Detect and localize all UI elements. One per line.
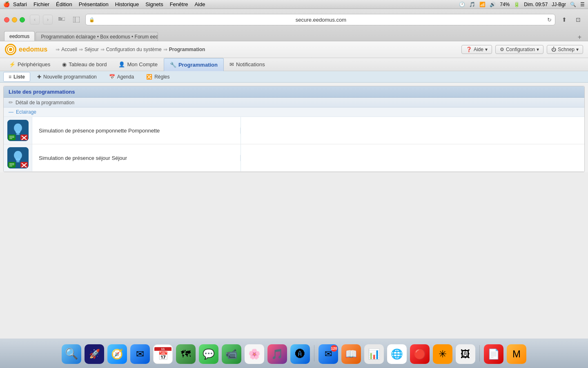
wifi-icon: 📶 xyxy=(479,2,486,7)
maximize-button[interactable] xyxy=(20,17,25,22)
agenda-icon: 📅 xyxy=(109,74,115,80)
dock-separator-1 xyxy=(314,345,314,361)
share-button[interactable]: ⬆ xyxy=(559,14,570,25)
aide-button[interactable]: ❓ Aide ▾ xyxy=(461,45,492,54)
dock-messages[interactable]: 💬 xyxy=(198,343,219,364)
device-icon-1 xyxy=(7,147,29,168)
historique-menu[interactable]: Historique xyxy=(115,1,139,7)
sub-nav: ≡ Liste ✚ Nouvelle programmation 📅 Agend… xyxy=(0,71,588,83)
dock-calendar[interactable]: 11 📅 xyxy=(152,343,174,364)
tab-peripheriques[interactable]: ⚡ Périphériques xyxy=(3,58,56,71)
reader-button[interactable] xyxy=(56,14,67,25)
browser-tabs: eedomus Programmation éclairage • Box ee… xyxy=(0,30,588,41)
dock-star[interactable]: ✳ xyxy=(432,343,453,364)
apple-menu[interactable]: 🍎 xyxy=(3,1,10,7)
configuration-button[interactable]: ⚙ Configuration ▾ xyxy=(495,45,543,54)
mon-compte-icon: 👤 xyxy=(118,61,125,67)
spotlight-icon[interactable]: 🔍 xyxy=(570,2,576,7)
peripheriques-icon: ⚡ xyxy=(9,61,16,67)
panel-subheader: ✏ Détail de la programmation xyxy=(4,98,584,108)
tableau-bord-icon: ◉ xyxy=(62,61,67,67)
dock-launchpad[interactable]: 🚀 xyxy=(84,343,105,364)
dock-app1[interactable]: 📊 xyxy=(363,343,385,364)
list-item-right-0 xyxy=(241,117,584,144)
tab-eedomus-label: eedomus xyxy=(9,34,29,39)
sub-tab-liste[interactable]: ≡ Liste xyxy=(3,72,30,82)
dock-acrobat[interactable]: 📄 xyxy=(483,343,504,364)
tab-mon-compte[interactable]: 👤 Mon Compte xyxy=(113,58,163,71)
collapse-icon: — xyxy=(9,109,13,115)
dock-mail2[interactable]: ✉ 120 xyxy=(318,343,339,364)
list-item-1[interactable]: Simulation de présence séjour Séjour xyxy=(4,144,584,172)
fichier-menu[interactable]: Fichier xyxy=(33,1,49,7)
tab-notifications[interactable]: ✉ Notifications xyxy=(224,58,271,71)
dock-music[interactable]: 🎵 xyxy=(267,343,288,364)
logo-text: eedomus xyxy=(19,46,47,53)
edit-icon: ✏ xyxy=(9,99,13,105)
breadcrumb-item-1[interactable]: Séjour xyxy=(85,47,99,52)
svg-point-7 xyxy=(9,48,12,51)
minimize-button[interactable] xyxy=(12,17,17,22)
traffic-lights xyxy=(4,17,25,22)
safari-menu[interactable]: Safari xyxy=(13,1,27,7)
main-panel: Liste des programmations ✏ Détail de la … xyxy=(3,86,585,172)
tab-tableau-de-bord[interactable]: ◉ Tableau de bord xyxy=(56,58,113,71)
sub-tab-regles[interactable]: 🔀 Règles xyxy=(141,72,175,82)
category-eclairage[interactable]: — Eclairage xyxy=(4,108,584,117)
config-chevron: ▾ xyxy=(537,47,539,52)
dock-opera[interactable]: 🔴 xyxy=(409,343,430,364)
svg-rect-4 xyxy=(73,17,80,22)
dock-appstore[interactable]: 🅐 xyxy=(290,343,311,364)
app-logo: eedomus xyxy=(5,44,47,55)
close-button[interactable] xyxy=(4,17,9,22)
tab-forum[interactable]: Programmation éclairage • Box eedomus • … xyxy=(36,32,158,41)
dock-maps[interactable]: 🗺 xyxy=(175,343,196,364)
dock-kobo[interactable]: 📖 xyxy=(341,343,362,364)
notifications-icon: ✉ xyxy=(229,61,234,67)
reload-button[interactable]: ↻ xyxy=(547,17,552,23)
presentation-menu[interactable]: Présentation xyxy=(79,1,109,7)
schnep-button[interactable]: ⏻ Schnep ▾ xyxy=(547,45,583,54)
tableau-bord-label: Tableau de bord xyxy=(69,61,107,67)
siri-icon[interactable]: ☰ xyxy=(580,2,585,7)
agenda-label: Agenda xyxy=(117,74,134,80)
sidebar-button[interactable] xyxy=(71,14,82,25)
signets-menu[interactable]: Signets xyxy=(145,1,163,7)
sub-tab-agenda[interactable]: 📅 Agenda xyxy=(104,72,139,82)
breadcrumb-arrow-2: ⇒ xyxy=(100,47,105,52)
panel-header: Liste des programmations xyxy=(4,86,584,98)
dock-finder[interactable]: 🔍 xyxy=(61,343,82,364)
breadcrumb-arrow-1: ⇒ xyxy=(79,47,83,52)
new-tab-button[interactable]: ⊡ xyxy=(572,14,584,25)
sub-tab-nouvelle-programmation[interactable]: ✚ Nouvelle programmation xyxy=(32,72,102,82)
dock-preview[interactable]: 🖼 xyxy=(455,343,476,364)
forward-button[interactable]: › xyxy=(43,15,53,25)
add-tab-button[interactable]: + xyxy=(575,34,584,41)
dock-safari[interactable]: 🧭 xyxy=(107,343,128,364)
mac-menubar: 🍎 Safari Fichier Édition Présentation Hi… xyxy=(0,0,588,9)
dock-mail[interactable]: ✉ xyxy=(129,343,151,364)
app-content: eedomus ⇒ Accueil ⇒ Séjour ⇒ Configurati… xyxy=(0,41,588,172)
fenetre-menu[interactable]: Fenêtre xyxy=(170,1,188,7)
username-text: JJ-Bgr xyxy=(552,2,566,7)
address-bar[interactable]: 🔒 secure.eedomus.com ↻ xyxy=(85,14,555,25)
dock-marvin[interactable]: M xyxy=(506,343,527,364)
dock-photos[interactable]: 🌸 xyxy=(244,343,265,364)
edition-menu[interactable]: Édition xyxy=(56,1,72,7)
list-item-icon-area-0 xyxy=(4,117,32,144)
breadcrumb-item-0[interactable]: Accueil xyxy=(61,47,77,52)
tab-programmation[interactable]: 🔧 Programmation xyxy=(164,58,224,71)
aide-menu[interactable]: Aide xyxy=(194,1,205,7)
tab-eedomus[interactable]: eedomus xyxy=(4,31,35,41)
back-button[interactable]: ‹ xyxy=(30,15,40,25)
breadcrumb-item-3[interactable]: Programmation xyxy=(169,47,205,52)
bluetooth-icon: 🎵 xyxy=(469,2,475,7)
category-label: Eclairage xyxy=(16,109,36,115)
breadcrumb-item-2[interactable]: Configuration du système xyxy=(106,47,162,52)
list-item-label-1: Simulation de présence séjour Séjour xyxy=(32,155,134,161)
svg-point-19 xyxy=(14,151,22,160)
list-item-0[interactable]: Simulation de présence pomponnette Pompo… xyxy=(4,117,584,144)
svg-rect-2 xyxy=(58,20,62,20)
dock-chrome[interactable]: 🌐 xyxy=(386,343,408,364)
dock-facetime[interactable]: 📹 xyxy=(221,343,242,364)
